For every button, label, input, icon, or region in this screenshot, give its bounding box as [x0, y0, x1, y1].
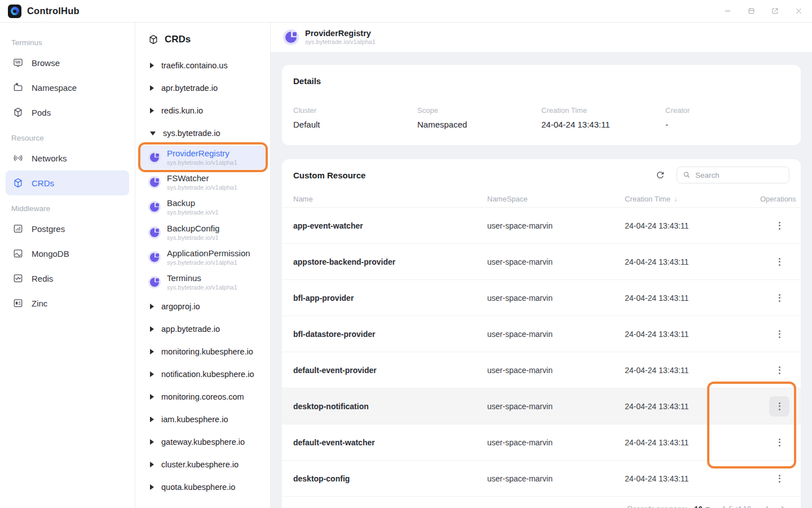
- pagination-range: 1-5 of 10: [722, 505, 751, 508]
- search-box[interactable]: [677, 167, 789, 183]
- crd-panel-header: CRDs: [135, 34, 270, 45]
- sidebar-item-mongodb[interactable]: MongoDB: [6, 241, 129, 266]
- cell-name: bfl-datastore-provider: [293, 330, 487, 339]
- cell-namespace: user-space-marvin: [487, 330, 625, 339]
- row-actions-kebab-icon[interactable]: [769, 288, 789, 308]
- sidebar-item-label: Pods: [32, 108, 51, 117]
- next-page-icon[interactable]: [777, 503, 788, 508]
- crd-item-api: sys.bytetrade.io/v1: [167, 209, 219, 216]
- cell-name: appstore-backend-provider: [293, 257, 487, 266]
- records-per-page-value: 10: [694, 505, 702, 508]
- sidebar-item-zinc[interactable]: Zinc: [6, 291, 129, 316]
- crd-item-applicationpermission[interactable]: ApplicationPermission sys.bytetrade.io/v…: [140, 246, 266, 269]
- crd-item-backup[interactable]: Backup sys.bytetrade.io/v1: [140, 195, 266, 219]
- column-header-namespace[interactable]: NameSpace: [487, 195, 625, 203]
- cell-namespace: user-space-marvin: [487, 438, 625, 447]
- sidebar-item-postgres[interactable]: Postgres: [6, 216, 129, 241]
- tree-group-iam-kubesphere[interactable]: iam.kubesphere.io: [135, 408, 270, 431]
- crd-item-fswatcher[interactable]: FSWatcher sys.bytetrade.io/v1alpha1: [140, 170, 266, 194]
- sidebar-item-label: MongoDB: [32, 249, 69, 259]
- table-row[interactable]: app-event-watcher user-space-marvin 24-0…: [282, 208, 801, 244]
- sidebar-item-redis[interactable]: Redis: [6, 266, 129, 291]
- column-header-name[interactable]: Name: [293, 195, 487, 203]
- tree-group-sys-bytetrade[interactable]: sys.bytetrade.io: [135, 122, 270, 144]
- field-label: Cluster: [293, 106, 417, 115]
- records-per-page-select[interactable]: 10: [694, 505, 709, 508]
- tree-group-monitoring-coreos[interactable]: monitoring.coreos.com: [135, 386, 270, 408]
- row-actions-kebab-icon[interactable]: [769, 396, 789, 417]
- cell-namespace: user-space-marvin: [487, 221, 625, 230]
- chevron-right-icon: [150, 304, 154, 309]
- sidebar-item-networks[interactable]: Networks: [6, 146, 129, 170]
- crd-item-provider-registry[interactable]: ProviderRegistry sys.bytetrade.io/v1alph…: [140, 146, 266, 169]
- sidebar-item-namespace[interactable]: Namespace: [6, 75, 129, 100]
- field-value: Namespaced: [417, 120, 541, 129]
- sort-descending-icon[interactable]: ↓: [674, 195, 677, 203]
- custom-resource-card: Custom Resource Name: [282, 159, 801, 508]
- sidebar-item-crds[interactable]: CRDs: [6, 170, 129, 195]
- tree-group-monitoring-kubesphere[interactable]: monitoring.kubesphere.io: [135, 340, 270, 363]
- crd-item-backupconfig[interactable]: BackupConfig sys.bytetrade.io/v1: [140, 221, 266, 244]
- tree-group-notification-kubesphere[interactable]: notification.kubesphere.io: [135, 363, 270, 386]
- popout-icon[interactable]: [770, 7, 779, 16]
- pagination-bar: Records per page: 10 1-5 of 10: [282, 497, 801, 508]
- section-label-terminus: Terminus: [0, 38, 135, 47]
- chevron-right-icon: [150, 439, 154, 445]
- cube-icon: [148, 34, 159, 45]
- tree-group-traefik[interactable]: traefik.containo.us: [135, 54, 270, 77]
- table-row[interactable]: desktop-config user-space-marvin 24-04-2…: [282, 461, 801, 497]
- app-window: ControlHub Terminus Browse: [0, 0, 812, 508]
- sidebar-item-pods[interactable]: Pods: [6, 100, 129, 125]
- sidebar-item-browse[interactable]: Browse: [6, 50, 129, 75]
- tree-group-app-bytetrade[interactable]: app.bytetrade.io: [135, 318, 270, 340]
- table-row-desktop-notification[interactable]: desktop-notification user-space-marvin 2…: [282, 388, 801, 424]
- tree-group-redis-kun[interactable]: redis.kun.io: [135, 99, 270, 122]
- chevron-right-icon: [150, 417, 154, 422]
- row-actions-kebab-icon[interactable]: [769, 324, 789, 344]
- row-actions-kebab-icon[interactable]: [769, 360, 789, 380]
- tree-group-cluster-kubesphere[interactable]: cluster.kubesphere.io: [135, 453, 270, 476]
- tree-group-apr[interactable]: apr.bytetrade.io: [135, 77, 270, 99]
- refresh-icon[interactable]: [654, 169, 667, 181]
- column-header-operations: Operations: [760, 195, 796, 203]
- column-header-creation-time[interactable]: Creation Time ↓: [625, 195, 760, 203]
- cell-creation-time: 24-04-24 13:43:11: [625, 257, 760, 266]
- previous-page-icon[interactable]: [761, 503, 773, 508]
- minimize-icon[interactable]: [723, 7, 732, 16]
- table-row[interactable]: default-event-watcher user-space-marvin …: [282, 424, 801, 461]
- maximize-icon[interactable]: [747, 7, 756, 16]
- app-brand: ControlHub: [8, 5, 80, 18]
- crd-item-name: BackupConfig: [167, 224, 219, 234]
- namespace-icon: [12, 82, 24, 93]
- close-icon[interactable]: [794, 7, 803, 16]
- search-input[interactable]: [695, 171, 783, 179]
- cell-namespace: user-space-marvin: [487, 257, 625, 266]
- main-content: ProviderRegistry sys.bytetrade.io/v1alph…: [271, 23, 812, 508]
- page-title: ProviderRegistry: [305, 28, 376, 38]
- row-actions-kebab-icon[interactable]: [769, 468, 789, 489]
- crd-item-api: sys.bytetrade.io/v1alpha1: [167, 184, 237, 191]
- details-field-creator: Creator -: [665, 106, 789, 129]
- tree-group-gateway-kubesphere[interactable]: gateway.kubesphere.io: [135, 431, 270, 453]
- tree-group-label: gateway.kubesphere.io: [161, 437, 245, 446]
- row-actions-kebab-icon[interactable]: [769, 432, 789, 453]
- column-header-label: Creation Time: [625, 195, 670, 203]
- table-row[interactable]: bfl-datastore-provider user-space-marvin…: [282, 316, 801, 352]
- row-actions-kebab-icon[interactable]: [769, 252, 789, 272]
- table-row[interactable]: default-event-provider user-space-marvin…: [282, 352, 801, 388]
- browse-icon: [12, 57, 24, 68]
- crd-item-name: ApplicationPermission: [167, 248, 250, 259]
- tree-group-quota-kubesphere[interactable]: quota.kubesphere.io: [135, 476, 270, 498]
- crd-item-terminus[interactable]: Terminus sys.bytetrade.io/v1alpha1: [140, 270, 266, 294]
- resource-header: ProviderRegistry sys.bytetrade.io/v1alph…: [271, 23, 812, 52]
- crd-item-api: sys.bytetrade.io/v1: [167, 234, 219, 242]
- row-actions-kebab-icon[interactable]: [769, 216, 789, 236]
- sidebar-item-label: Networks: [32, 154, 67, 163]
- table-row[interactable]: bfl-app-provider user-space-marvin 24-04…: [282, 280, 801, 316]
- crd-kind-icon: [148, 276, 161, 288]
- table-row[interactable]: appstore-backend-provider user-space-mar…: [282, 244, 801, 280]
- tree-group-argoproj[interactable]: argoproj.io: [135, 295, 270, 318]
- search-icon: [683, 171, 691, 179]
- networks-icon: [12, 152, 24, 164]
- crd-kind-icon: [148, 201, 161, 213]
